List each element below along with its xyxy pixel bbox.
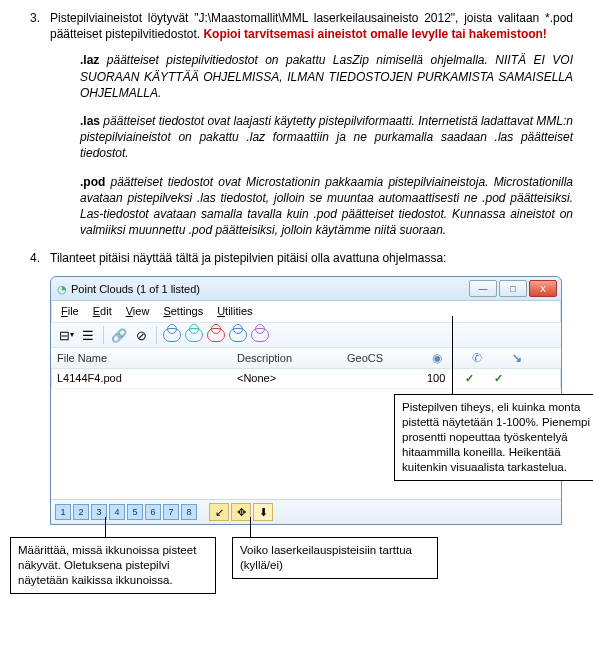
minimize-button[interactable]: — [469,280,497,297]
table-row[interactable]: L4144F4.pod <None> 100 ✓ ✓ [51,369,561,389]
cell-description: <None> [237,371,347,386]
cell-check2[interactable]: ✓ [494,371,503,386]
cell-density[interactable]: 100 [427,371,445,386]
menubar: File Edit View Settings Utilities [51,301,561,323]
laz-rest: päätteiset pistepilvitiedostot on pakatt… [80,53,573,99]
callout-views: Määrittää, missä ikkunoissa pisteet näky… [10,537,216,594]
menu-edit[interactable]: Edit [87,303,118,320]
maximize-button[interactable]: □ [499,280,527,297]
titlebar: ◔ Point Clouds (1 of 1 listed) — □ X [51,277,561,301]
cloud-icon-5[interactable] [251,326,269,344]
menu-utilities[interactable]: Utilities [211,303,258,320]
toolbar: ⊟▾ ☰ 🔗 ⊘ [51,323,561,348]
window-buttons: — □ X [469,280,557,297]
lower-callouts: Määrittää, missä ikkunoissa pisteet näky… [10,527,573,597]
las-rest: päätteiset tiedostot ovat laajasti käyte… [80,114,573,160]
snap-btn-2[interactable]: ✥ [231,503,251,521]
cell-flags: 100 ✓ ✓ [427,371,555,386]
list-number: 4. [10,250,50,266]
col-filename[interactable]: File Name [57,351,237,366]
menu-view[interactable]: View [120,303,156,320]
screenshot-region: ◔ Point Clouds (1 of 1 listed) — □ X Fil… [50,276,573,521]
menu-file[interactable]: File [55,303,85,320]
sub-para-pod: .pod päätteiset tiedostot ovat Microstat… [80,174,573,239]
view-btn-6[interactable]: 6 [145,504,161,520]
col-icons: ◉ ✆ ↘ [427,350,555,366]
globe-icon[interactable]: ◉ [427,350,447,366]
toolbar-separator [156,326,157,344]
attach-icon[interactable]: 🔗 [110,326,128,344]
view-btn-5[interactable]: 5 [127,504,143,520]
view-btn-4[interactable]: 4 [109,504,125,520]
list-mode-icon[interactable]: ⊟▾ [57,326,75,344]
statusbar: 1 2 3 4 5 6 7 8 ↙ ✥ ⬇ [51,499,561,524]
list-item-3: 3. Pistepilviaineistot löytyvät "J:\Maas… [10,10,573,42]
sub-para-laz: .laz päätteiset pistepilvitiedostot on p… [80,52,573,101]
tree-mode-icon[interactable]: ☰ [79,326,97,344]
col-description[interactable]: Description [237,351,347,366]
column-headers: File Name Description GeoCS ◉ ✆ ↘ [51,348,561,369]
close-button[interactable]: X [529,280,557,297]
list-number: 3. [10,10,50,42]
list-body: Pistepilviaineistot löytyvät "J:\Maastom… [50,10,573,42]
cloud-icon-4[interactable] [229,326,247,344]
snap-btn-3[interactable]: ⬇ [253,503,273,521]
item3-warning: Kopioi tarvitsemasi aineistot omalle lev… [203,27,546,41]
callout-line-density [452,316,453,394]
view-btn-2[interactable]: 2 [73,504,89,520]
view-btn-7[interactable]: 7 [163,504,179,520]
phone-icon[interactable]: ✆ [467,350,487,366]
cell-check1[interactable]: ✓ [465,371,474,386]
cloud-icon-3[interactable] [207,326,225,344]
pod-rest: päätteiset tiedostot ovat Microstationin… [80,175,573,238]
laz-lead: .laz [80,53,99,67]
app-icon: ◔ [57,282,67,297]
sub-para-las: .las päätteiset tiedostot ovat laajasti … [80,113,573,162]
las-lead: .las [80,114,100,128]
toolbar-separator [103,326,104,344]
cloud-icon-2[interactable] [185,326,203,344]
callout-line-snap [250,517,251,537]
menu-settings[interactable]: Settings [157,303,209,320]
pod-lead: .pod [80,175,105,189]
detach-icon[interactable]: ⊘ [132,326,150,344]
view-btn-1[interactable]: 1 [55,504,71,520]
list-item-4: 4. Tilanteet pitäisi näyttää tältä ja pi… [10,250,573,266]
cloud-icon-1[interactable] [163,326,181,344]
callout-snap: Voiko laserkeilauspisteisiin tarttua (ky… [232,537,438,579]
item4-text: Tilanteet pitäisi näyttää tältä ja piste… [50,250,573,266]
snap-btn-1[interactable]: ↙ [209,503,229,521]
cell-filename: L4144F4.pod [57,371,237,386]
col-geocs[interactable]: GeoCS [347,351,427,366]
callout-density: Pistepilven tiheys, eli kuinka monta pis… [394,394,593,481]
snap-buttons: ↙ ✥ ⬇ [209,503,273,521]
window-title: Point Clouds (1 of 1 listed) [71,282,469,297]
snap-arrow-icon[interactable]: ↘ [507,350,527,366]
view-btn-8[interactable]: 8 [181,504,197,520]
callout-line-views [105,517,106,537]
